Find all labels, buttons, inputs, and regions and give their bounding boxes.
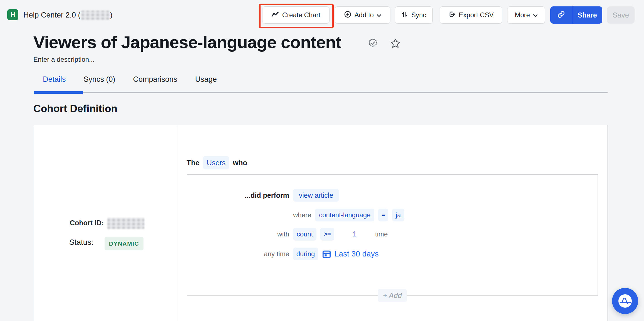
app-logo-letter: H	[11, 11, 15, 19]
create-chart-label: Create Chart	[282, 11, 320, 19]
more-button[interactable]: More	[507, 6, 545, 24]
app-logo-square[interactable]: H	[7, 9, 18, 20]
event-clause-row: ...did perform view article	[187, 189, 598, 202]
section-heading: Cohort Definition	[33, 103, 117, 115]
redacted-workspace-id	[81, 11, 109, 20]
line-chart-icon	[271, 11, 279, 19]
subject-prefix: The	[187, 159, 199, 167]
property-value-selector[interactable]: ja	[392, 209, 404, 221]
save-button-disabled[interactable]: Save	[607, 6, 635, 24]
property-selector[interactable]: content-language	[315, 209, 374, 221]
subject-suffix: who	[233, 159, 247, 167]
count-unit-label: time	[375, 230, 388, 238]
star-icon[interactable]	[390, 38, 401, 50]
copy-link-button[interactable]	[550, 6, 572, 24]
page-title: Viewers of Japanese-language content	[33, 32, 341, 52]
calendar-icon	[322, 250, 331, 259]
chevron-down-icon	[533, 11, 538, 19]
status-label: Status:	[69, 238, 93, 247]
with-label: with	[187, 228, 289, 241]
workspace-title: Help Center 2.0 ()	[23, 11, 113, 19]
comparison-selector[interactable]: >=	[320, 228, 334, 241]
circle-plus-icon	[344, 11, 351, 20]
count-input[interactable]: 1	[338, 228, 371, 240]
event-selector[interactable]: view article	[293, 189, 339, 202]
any-time-label: any time	[187, 248, 289, 260]
where-label: where	[293, 211, 311, 219]
share-split-button[interactable]: Share	[550, 6, 602, 24]
more-label: More	[515, 11, 530, 19]
add-clause-button[interactable]: + Add	[378, 289, 407, 302]
amplitude-logo-icon	[612, 288, 638, 314]
status-badge: DYNAMIC	[105, 237, 143, 250]
link-icon	[557, 11, 565, 19]
time-mode-selector[interactable]: during	[293, 248, 318, 260]
cohort-id-label: Cohort ID:	[70, 219, 106, 227]
add-to-label: Add to	[355, 11, 374, 19]
create-chart-button[interactable]: Create Chart	[262, 6, 330, 24]
subject-selector[interactable]: Users	[203, 156, 229, 169]
aggregation-selector[interactable]: count	[293, 228, 316, 241]
description-placeholder[interactable]: Enter a description...	[33, 56, 95, 63]
workspace-name-suffix: )	[110, 11, 113, 19]
tab-usage[interactable]: Usage	[195, 75, 217, 84]
tab-track	[34, 92, 608, 93]
workspace-name: Help Center 2.0 (	[23, 11, 81, 19]
date-range-label: Last 30 days	[335, 250, 379, 258]
sync-button[interactable]: Sync	[395, 6, 433, 24]
tab-details[interactable]: Details	[43, 75, 66, 84]
operator-selector[interactable]: =	[378, 209, 388, 221]
active-tab-indicator	[34, 91, 83, 94]
tab-syncs[interactable]: Syncs (0)	[84, 75, 115, 84]
verified-badge-icon[interactable]	[368, 38, 378, 50]
tab-comparisons[interactable]: Comparisons	[133, 75, 177, 84]
share-button[interactable]: Share	[572, 6, 602, 24]
export-csv-label: Export CSV	[459, 11, 494, 19]
export-box-arrow-icon	[448, 11, 456, 20]
help-floating-button[interactable]	[612, 288, 638, 314]
perform-label: ...did perform	[187, 189, 289, 202]
date-range-picker[interactable]: Last 30 days	[322, 250, 379, 259]
time-clause-row: any time during Last 30 days	[187, 248, 598, 260]
redacted-cohort-id-value	[107, 218, 144, 229]
clause-box: ...did perform view article where conten…	[187, 174, 598, 296]
export-csv-button[interactable]: Export CSV	[440, 6, 502, 24]
add-to-button[interactable]: Add to	[335, 6, 390, 24]
sync-label: Sync	[411, 11, 426, 19]
up-down-arrows-icon	[401, 11, 408, 19]
where-clause-row: where content-language = ja	[187, 209, 598, 221]
cohort-subject-row: The Users who	[187, 156, 247, 169]
chevron-down-icon	[377, 11, 381, 19]
panel-divider	[177, 125, 177, 321]
tab-bar: Details Syncs (0) Comparisons Usage	[43, 75, 217, 84]
count-clause-row: with count >= 1 time	[187, 228, 598, 241]
